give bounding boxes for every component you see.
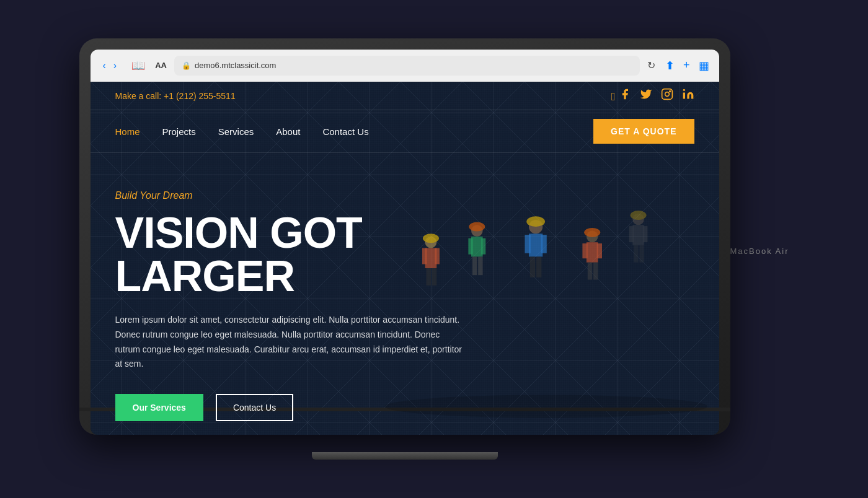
reload-button[interactable]: ↻ bbox=[647, 59, 655, 71]
browser-chrome: ‹ › 📖 AA 🔒 demo6.mtclassicit.com ↻ ⬆ + ▦ bbox=[91, 50, 719, 82]
macbook-label: MacBook Air bbox=[730, 247, 789, 256]
svg-rect-0 bbox=[662, 89, 672, 100]
svg-point-38 bbox=[630, 211, 646, 220]
nav-about[interactable]: About bbox=[276, 126, 300, 137]
svg-rect-20 bbox=[525, 235, 530, 253]
facebook-icon[interactable]:  bbox=[611, 88, 631, 103]
laptop-screen: ‹ › 📖 AA 🔒 demo6.mtclassicit.com ↻ ⬆ + ▦ bbox=[91, 50, 719, 435]
instagram-icon[interactable] bbox=[661, 88, 673, 103]
svg-rect-23 bbox=[536, 256, 541, 277]
our-services-button[interactable]: Our Services bbox=[115, 394, 203, 421]
phone-number: Make a call: +1 (212) 255-5511 bbox=[115, 91, 236, 101]
nav-services[interactable]: Services bbox=[218, 126, 254, 137]
laptop-base bbox=[312, 452, 498, 460]
laptop-frame: ‹ › 📖 AA 🔒 demo6.mtclassicit.com ↻ ⬆ + ▦ bbox=[79, 38, 730, 460]
hero-section: Build Your Dream VISION GOT LARGER Lorem… bbox=[91, 153, 500, 435]
svg-rect-33 bbox=[632, 225, 644, 245]
svg-point-1 bbox=[665, 92, 669, 97]
hero-buttons: Our Services Contact Us bbox=[115, 394, 475, 421]
back-button[interactable]: ‹ bbox=[100, 58, 108, 74]
share-button[interactable]: ⬆ bbox=[665, 59, 675, 72]
svg-rect-22 bbox=[530, 256, 535, 277]
browser-actions: ⬆ + ▦ bbox=[665, 59, 709, 72]
contact-us-button[interactable]: Contact Us bbox=[216, 394, 293, 421]
nav-home[interactable]: Home bbox=[115, 126, 140, 137]
hero-description: Lorem ipsum dolor sit amet, consectetur … bbox=[115, 313, 463, 372]
browser-nav-group: ‹ › bbox=[100, 58, 120, 74]
top-bar: Make a call: +1 (212) 255-5511  bbox=[91, 82, 719, 110]
url-bar[interactable]: 🔒 demo6.mtclassicit.com bbox=[174, 56, 640, 76]
svg-rect-36 bbox=[634, 245, 638, 262]
svg-rect-37 bbox=[639, 245, 644, 262]
laptop-body: ‹ › 📖 AA 🔒 demo6.mtclassicit.com ↻ ⬆ + ▦ bbox=[79, 38, 730, 435]
svg-rect-35 bbox=[643, 226, 647, 242]
svg-point-24 bbox=[526, 216, 545, 227]
svg-point-2 bbox=[669, 91, 670, 92]
svg-point-3 bbox=[683, 89, 684, 91]
hero-title: VISION GOT LARGER bbox=[115, 211, 475, 298]
url-text: demo6.mtclassicit.com bbox=[195, 61, 276, 70]
svg-rect-21 bbox=[541, 235, 546, 253]
tabs-button[interactable]: ▦ bbox=[699, 59, 709, 72]
svg-rect-27 bbox=[582, 243, 587, 258]
nav-bar: Home Projects Services About Contact Us … bbox=[91, 110, 719, 153]
svg-rect-28 bbox=[596, 243, 601, 258]
linkedin-icon[interactable] bbox=[682, 88, 694, 103]
forward-button[interactable]: › bbox=[111, 58, 119, 74]
svg-rect-19 bbox=[529, 234, 542, 256]
get-quote-button[interactable]: GET A QUOTE bbox=[593, 119, 694, 144]
svg-rect-26 bbox=[587, 242, 598, 263]
svg-rect-29 bbox=[588, 262, 592, 279]
svg-rect-34 bbox=[629, 226, 634, 242]
nav-contact[interactable]: Contact Us bbox=[322, 126, 368, 137]
twitter-icon[interactable] bbox=[640, 88, 652, 103]
social-icons:  bbox=[611, 88, 694, 103]
hero-tagline: Build Your Dream bbox=[115, 190, 475, 201]
nav-projects[interactable]: Projects bbox=[162, 126, 196, 137]
new-tab-button[interactable]: + bbox=[683, 59, 690, 72]
lock-icon: 🔒 bbox=[182, 61, 191, 70]
reader-mode-label[interactable]: AA bbox=[155, 61, 167, 70]
website: Make a call: +1 (212) 255-5511  bbox=[91, 82, 719, 435]
svg-point-31 bbox=[584, 227, 600, 237]
svg-rect-30 bbox=[593, 262, 598, 279]
bookmarks-icon: 📖 bbox=[131, 59, 145, 72]
